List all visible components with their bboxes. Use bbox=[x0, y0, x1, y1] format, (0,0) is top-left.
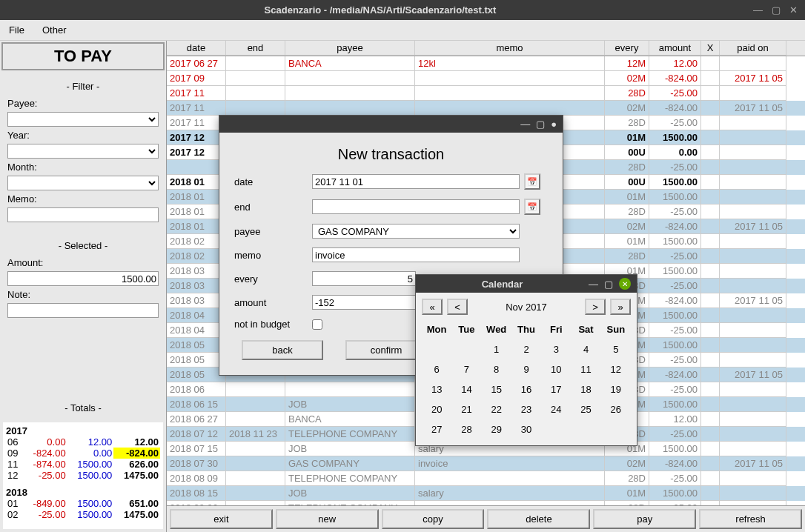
nt-amount-label: amount bbox=[234, 297, 312, 308]
nt-nib-label: not in budget bbox=[234, 319, 312, 330]
table-row[interactable]: 2017 1102M-824.002017 11 05 bbox=[167, 101, 805, 116]
cal-prev-year[interactable]: « bbox=[422, 299, 443, 315]
th-paid[interactable]: paid on bbox=[720, 41, 786, 56]
cal-day[interactable]: 14 bbox=[451, 379, 481, 399]
cal-day[interactable]: 10 bbox=[541, 359, 571, 379]
table-row[interactable]: 2017 06 27BANCA12kl12M12.00 bbox=[167, 56, 805, 71]
cal-day[interactable]: 5 bbox=[601, 339, 631, 359]
totals-title: - Totals - bbox=[0, 402, 166, 413]
memo-input[interactable] bbox=[7, 207, 159, 222]
cal-maximize-icon[interactable]: ▢ bbox=[604, 279, 613, 290]
calendar-icon[interactable] bbox=[524, 199, 540, 215]
cal-day[interactable]: 20 bbox=[422, 399, 451, 419]
calendar-icon[interactable] bbox=[524, 173, 540, 190]
nt-payee-select[interactable]: GAS COMPANY bbox=[312, 224, 520, 239]
dialog-close-icon[interactable]: ● bbox=[551, 119, 557, 130]
cal-dow: Mon bbox=[422, 319, 451, 339]
month-label: Month: bbox=[7, 162, 44, 173]
menu-other[interactable]: Other bbox=[39, 23, 70, 37]
th-memo[interactable]: memo bbox=[415, 41, 605, 56]
cal-day[interactable]: 2 bbox=[511, 339, 541, 359]
cal-day[interactable]: 11 bbox=[571, 359, 600, 379]
th-amount[interactable]: amount bbox=[649, 41, 701, 56]
cal-minimize-icon[interactable]: — bbox=[589, 279, 598, 290]
payee-select[interactable] bbox=[7, 112, 159, 127]
month-select[interactable] bbox=[7, 176, 159, 190]
dialog-maximize-icon[interactable]: ▢ bbox=[536, 119, 545, 130]
note-input[interactable] bbox=[7, 303, 159, 318]
dialog-minimize-icon[interactable]: — bbox=[520, 119, 530, 130]
nt-amount-input[interactable] bbox=[312, 295, 416, 310]
cal-close-icon[interactable]: ✕ bbox=[619, 278, 631, 290]
nt-end-input[interactable] bbox=[312, 199, 520, 214]
th-date[interactable]: date bbox=[167, 41, 226, 56]
sidebar-header: TO PAY bbox=[1, 42, 165, 70]
cal-next-year[interactable]: » bbox=[610, 299, 631, 315]
nt-nib-checkbox[interactable] bbox=[312, 319, 322, 330]
cal-next-month[interactable]: > bbox=[585, 299, 606, 315]
cal-day[interactable]: 28 bbox=[451, 419, 481, 439]
cal-day[interactable]: 9 bbox=[511, 359, 541, 379]
cal-day[interactable]: 3 bbox=[541, 339, 571, 359]
cal-day[interactable]: 23 bbox=[511, 399, 541, 419]
pay-button[interactable]: pay bbox=[593, 509, 696, 529]
cal-day[interactable]: 21 bbox=[451, 399, 481, 419]
table-row[interactable]: 2018 08 15JOBsalary01M1500.00 bbox=[167, 486, 805, 501]
new-button[interactable]: new bbox=[276, 509, 379, 529]
cal-day[interactable]: 16 bbox=[511, 379, 541, 399]
window-titlebar: Scadenzario - /media/NAS/Arti/Scadenzari… bbox=[0, 0, 805, 20]
cal-day[interactable]: 17 bbox=[541, 379, 571, 399]
close-icon[interactable]: ✕ bbox=[789, 4, 798, 16]
cal-dow: Wed bbox=[482, 319, 511, 339]
payee-label: Payee: bbox=[7, 98, 44, 109]
th-end[interactable]: end bbox=[226, 41, 285, 56]
minimize-icon[interactable]: — bbox=[753, 4, 763, 16]
delete-button[interactable]: delete bbox=[487, 509, 590, 529]
nt-end-label: end bbox=[234, 202, 312, 213]
table-row[interactable]: 2018 08 09TELEPHONE COMPANY28D-25.00 bbox=[167, 471, 805, 486]
year-select[interactable] bbox=[7, 144, 159, 159]
nt-date-input[interactable] bbox=[312, 174, 520, 189]
memo-label: Memo: bbox=[7, 193, 44, 205]
cal-day[interactable]: 13 bbox=[422, 379, 451, 399]
table-row[interactable]: 2017 0902M-824.002017 11 05 bbox=[167, 71, 805, 86]
nt-every-input[interactable] bbox=[312, 271, 416, 286]
th-every[interactable]: every bbox=[605, 41, 649, 56]
cal-dow: Fri bbox=[541, 319, 571, 339]
exit-button[interactable]: exit bbox=[170, 509, 273, 529]
cal-day[interactable]: 19 bbox=[601, 379, 631, 399]
cal-day[interactable]: 26 bbox=[601, 399, 631, 419]
note-label: Note: bbox=[7, 289, 44, 300]
cal-day[interactable]: 18 bbox=[571, 379, 600, 399]
cal-day[interactable]: 30 bbox=[511, 419, 541, 439]
nt-payee-label: payee bbox=[234, 226, 312, 237]
table-row[interactable]: 2017 1128D-25.00 bbox=[167, 86, 805, 101]
cal-day[interactable]: 6 bbox=[422, 359, 451, 379]
cal-day[interactable]: 7 bbox=[451, 359, 481, 379]
maximize-icon[interactable]: ▢ bbox=[772, 4, 781, 16]
cal-dow: Sun bbox=[601, 319, 631, 339]
cal-day[interactable]: 24 bbox=[541, 399, 571, 419]
refresh-button[interactable]: refresh bbox=[699, 509, 802, 529]
totals-panel: 2017060.0012.0012.0009-824.000.00-824.00… bbox=[3, 422, 163, 529]
back-button[interactable]: back bbox=[242, 340, 323, 360]
menubar: File Other bbox=[0, 20, 805, 41]
cal-day[interactable]: 25 bbox=[571, 399, 600, 419]
cal-day[interactable]: 22 bbox=[482, 399, 511, 419]
th-x[interactable]: X bbox=[701, 41, 720, 56]
table-row[interactable]: 2018 07 30GAS COMPANYinvoice02M-824.0020… bbox=[167, 456, 805, 471]
copy-button[interactable]: copy bbox=[382, 509, 485, 529]
cal-day[interactable]: 1 bbox=[482, 339, 511, 359]
cal-day[interactable]: 8 bbox=[482, 359, 511, 379]
amount-label: Amount: bbox=[7, 257, 44, 268]
cal-prev-month[interactable]: < bbox=[447, 299, 468, 315]
amount-input[interactable] bbox=[7, 271, 159, 286]
cal-day[interactable]: 4 bbox=[571, 339, 600, 359]
cal-day[interactable]: 29 bbox=[482, 419, 511, 439]
menu-file[interactable]: File bbox=[6, 23, 27, 37]
nt-memo-input[interactable] bbox=[312, 247, 520, 262]
cal-day[interactable]: 12 bbox=[601, 359, 631, 379]
cal-day[interactable]: 15 bbox=[482, 379, 511, 399]
th-payee[interactable]: payee bbox=[285, 41, 415, 56]
cal-day[interactable]: 27 bbox=[422, 419, 451, 439]
